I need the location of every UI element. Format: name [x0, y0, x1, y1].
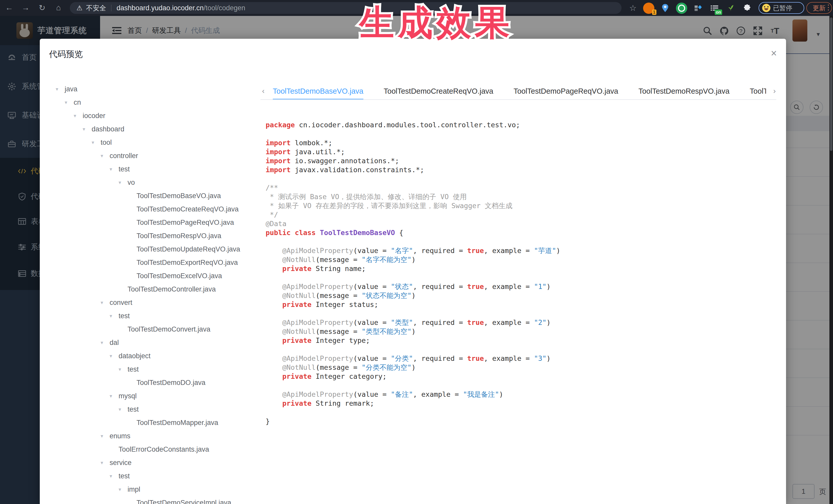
caret-down-icon[interactable]: ▾ — [82, 126, 92, 132]
file-tab[interactable]: ToolTestDemoRespVO.java — [639, 83, 730, 99]
tree-file[interactable]: ToolTestDemoServiceImpl.java — [40, 496, 260, 504]
address-bar[interactable]: ⚠ 不安全 dashboard.yudao.iocoder.cn/tool/co… — [70, 2, 622, 14]
tree-node-label: tool — [101, 139, 112, 146]
tree-file[interactable]: ToolTestDemoRespVO.java — [40, 229, 260, 242]
tree-file[interactable]: ToolTestDemoMapper.java — [40, 416, 260, 429]
caret-down-icon[interactable]: ▾ — [92, 139, 101, 145]
tabs-scroll-right-icon[interactable]: › — [773, 87, 776, 95]
caret-down-icon[interactable]: ▾ — [119, 486, 127, 493]
profile-paused-chip[interactable]: 已暂停 — [759, 2, 804, 14]
extension-icon-pin[interactable] — [660, 3, 671, 14]
file-tab[interactable]: ToolTestDemoBaseVO.java — [273, 83, 363, 99]
file-tab[interactable]: ToolTestDemoPageReqVO.java — [514, 83, 618, 99]
caret-down-icon[interactable]: ▾ — [101, 433, 110, 439]
caret-down-icon[interactable]: ▾ — [101, 153, 110, 159]
tree-node-label: vo — [127, 178, 135, 187]
tree-file[interactable]: ToolErrorCodeConstants.java — [40, 443, 260, 456]
annotation-text: 生成效果 — [359, 3, 513, 42]
close-icon[interactable]: × — [771, 48, 777, 58]
browser-menu-kebab-icon[interactable]: ⋮ — [825, 3, 832, 11]
extensions-puzzle-icon[interactable] — [742, 3, 753, 14]
caret-down-icon[interactable]: ▾ — [101, 339, 110, 346]
tree-folder[interactable]: ▾vo — [40, 176, 260, 189]
file-tree: ▾java▾cn▾iocoder▾dashboard▾tool▾controll… — [40, 82, 260, 504]
caret-down-icon[interactable]: ▾ — [119, 366, 127, 373]
tree-folder[interactable]: ▾cn — [40, 96, 260, 109]
caret-down-icon[interactable]: ▾ — [65, 99, 74, 105]
extension-icon-list-on[interactable]: on — [709, 3, 720, 14]
file-tab[interactable]: ToolTe — [750, 83, 766, 99]
file-tab[interactable]: ToolTestDemoCreateReqVO.java — [384, 83, 493, 99]
tree-file[interactable]: ToolTestDemoConvert.java — [40, 322, 260, 336]
tree-file[interactable]: ToolTestDemoDO.java — [40, 376, 260, 389]
tree-folder[interactable]: ▾tool — [40, 136, 260, 149]
tree-node-label: ToolTestDemoPageReqVO.java — [137, 219, 234, 226]
extension-icon-plant[interactable] — [725, 3, 737, 14]
caret-down-icon[interactable]: ▾ — [119, 406, 127, 412]
caret-down-icon[interactable]: ▾ — [110, 313, 119, 319]
bookmark-star-icon[interactable]: ☆ — [629, 3, 637, 13]
caret-down-icon[interactable]: ▾ — [101, 460, 110, 466]
extension-icon-green-circle[interactable] — [676, 3, 687, 14]
tree-folder[interactable]: ▾test — [40, 309, 260, 322]
code-line — [266, 273, 776, 282]
caret-down-icon[interactable]: ▾ — [110, 473, 119, 479]
caret-down-icon[interactable]: ▾ — [110, 393, 119, 399]
reload-icon[interactable]: ↻ — [37, 2, 48, 13]
caret-down-icon[interactable]: ▾ — [74, 113, 82, 119]
tree-folder[interactable]: ▾iocoder — [40, 109, 260, 122]
extension-badge: 1 — [652, 9, 657, 15]
not-secure-warning-icon[interactable]: ⚠ — [76, 4, 82, 12]
back-icon[interactable]: ← — [4, 2, 15, 13]
tree-folder[interactable]: ▾impl — [40, 483, 260, 496]
browser-scrollbar[interactable] — [829, 16, 833, 504]
tree-folder[interactable]: ▾enums — [40, 429, 260, 443]
tree-file[interactable]: ToolTestDemoExcelVO.java — [40, 269, 260, 283]
tree-folder[interactable]: ▾test — [40, 163, 260, 176]
tree-node-label: ToolTestDemoRespVO.java — [137, 232, 221, 240]
home-icon[interactable]: ⌂ — [53, 2, 64, 13]
tree-folder[interactable]: ▾mysql — [40, 389, 260, 403]
tree-file[interactable]: ToolTestDemoCreateReqVO.java — [40, 202, 260, 216]
tree-file[interactable]: ToolTestDemoBaseVO.java — [40, 189, 260, 202]
extension-icon-diamond[interactable] — [692, 3, 704, 14]
code-line — [266, 345, 776, 354]
code-preview-dialog: 代码预览 × ▾java▾cn▾iocoder▾dashboard▾tool▾c… — [40, 39, 786, 504]
tree-folder[interactable]: ▾dataobject — [40, 349, 260, 363]
code-line: private Integer type; — [266, 336, 776, 345]
tree-node-label: ToolTestDemoCreateReqVO.java — [137, 205, 239, 213]
code-line: @ApiModelProperty(value = "备注", example … — [266, 390, 776, 399]
extension-icon-orange[interactable]: 1 — [643, 3, 654, 14]
scrollbar-thumb[interactable] — [830, 18, 832, 151]
tree-folder[interactable]: ▾service — [40, 456, 260, 470]
screen: ← → ↻ ⌂ ⚠ 不安全 dashboard.yudao.iocoder.cn… — [0, 0, 833, 504]
tree-folder[interactable]: ▾test — [40, 470, 260, 483]
tree-folder[interactable]: ▾dashboard — [40, 122, 260, 136]
caret-down-icon[interactable]: ▾ — [110, 353, 119, 359]
caret-down-icon[interactable]: ▾ — [119, 179, 127, 186]
caret-down-icon[interactable]: ▾ — [56, 86, 65, 92]
tree-file[interactable]: ToolTestDemoExportReqVO.java — [40, 256, 260, 269]
code-line — [266, 381, 776, 390]
code-line: } — [266, 417, 776, 426]
tree-folder[interactable]: ▾java — [40, 82, 260, 96]
tree-folder[interactable]: ▾dal — [40, 336, 260, 349]
file-tabs-bar: ‹ › ToolTestDemoBaseVO.javaToolTestDemoC… — [260, 83, 776, 100]
tree-folder[interactable]: ▾test — [40, 403, 260, 416]
tree-folder[interactable]: ▾convert — [40, 296, 260, 309]
tabs-scroll-left-icon[interactable]: ‹ — [262, 87, 265, 95]
caret-down-icon[interactable]: ▾ — [101, 299, 110, 306]
tree-file[interactable]: ToolTestDemoController.java — [40, 283, 260, 296]
caret-down-icon[interactable]: ▾ — [110, 166, 119, 172]
browser-update-label: 更新 — [813, 4, 826, 12]
forward-icon[interactable]: → — [20, 2, 31, 13]
code-line: @NotNull(message = "类型不能为空") — [266, 327, 776, 336]
extension-badge-on: on — [715, 9, 722, 15]
code-viewer[interactable]: package cn.iocoder.dashboard.modules.too… — [266, 120, 776, 426]
tree-file[interactable]: ToolTestDemoUpdateReqVO.java — [40, 242, 260, 256]
tree-folder[interactable]: ▾controller — [40, 149, 260, 163]
profile-paused-label: 已暂停 — [773, 4, 792, 12]
tree-folder[interactable]: ▾test — [40, 363, 260, 376]
tree-file[interactable]: ToolTestDemoPageReqVO.java — [40, 216, 260, 229]
dialog-title: 代码预览 — [49, 48, 83, 60]
